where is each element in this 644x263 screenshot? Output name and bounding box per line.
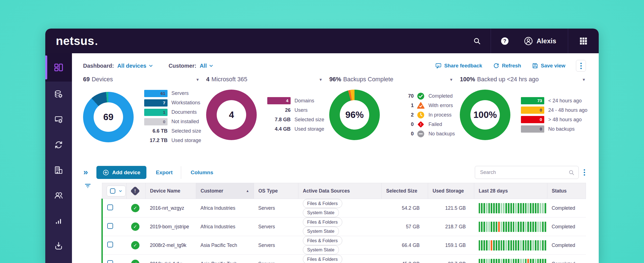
sidebar-item-reports[interactable] (45, 208, 72, 233)
export-button[interactable]: Export (156, 170, 173, 176)
save-icon (532, 62, 538, 69)
table-row[interactable]: ✓2008r2-mel_tg9kAsia Pacific TechServers… (102, 236, 586, 255)
day-bar (527, 240, 529, 251)
status-ok-icon: ✓ (131, 241, 139, 249)
customer-select[interactable]: Customer: All (169, 63, 214, 69)
row-checkbox[interactable] (107, 223, 113, 229)
legend-row: 73< 24 hours ago (520, 97, 587, 105)
day-bar (488, 222, 490, 232)
row-checkbox[interactable] (107, 204, 113, 210)
table-search (475, 166, 579, 179)
day-bar (525, 222, 527, 232)
day-bar (508, 203, 510, 213)
day-bar (483, 259, 485, 263)
status-cell: Completed (552, 242, 575, 248)
user-menu[interactable]: Alexis (512, 29, 568, 53)
row-checkbox[interactable] (107, 242, 113, 247)
column-header-active-data-sources[interactable]: Active Data Sources (298, 183, 382, 199)
help-button[interactable]: ? (491, 29, 512, 53)
legend-value: 17.2 TB (150, 138, 168, 143)
app-switcher-button[interactable] (568, 29, 599, 53)
day-bar (530, 222, 531, 232)
day-bar (530, 240, 531, 251)
donut-center-value: 4 (229, 110, 234, 120)
selected-size-cell: 45.3 GB (402, 261, 420, 263)
last-28-days-sparkline (479, 259, 547, 263)
column-header-used-storage[interactable]: Used Storage (428, 183, 474, 199)
column-header-last-28-days[interactable]: Last 28 days (474, 183, 547, 199)
donut-center-value: 96% (345, 110, 364, 120)
legend-row: 17.2 TBUsed storage (143, 137, 201, 144)
table-header-row: ! Device Name Customer▲ OS Type Active D… (102, 183, 586, 199)
day-bar (505, 222, 507, 232)
legend-row: 6.6 TBSelected size (143, 127, 201, 135)
toolbar-divider (181, 166, 181, 179)
legend-label: > 48 hours ago (548, 117, 582, 123)
table-menu-button[interactable] (584, 169, 585, 176)
day-bar (481, 240, 483, 251)
day-bar (481, 203, 483, 213)
screen-gear-icon (54, 115, 63, 124)
day-bar (513, 240, 515, 251)
dashboard-select[interactable]: Dashboard: All devices (83, 63, 153, 69)
expand-panel-icon[interactable]: » (83, 168, 88, 176)
day-bar (493, 259, 495, 263)
device-name-cell: 2008r2-mel_tg9k (150, 242, 186, 248)
add-device-button[interactable]: Add device (96, 166, 146, 179)
dashboard-menu-button[interactable] (576, 60, 586, 72)
columns-button[interactable]: Columns (191, 170, 213, 176)
filter-icon[interactable] (84, 182, 91, 189)
column-header-customer[interactable]: Customer▲ (196, 183, 254, 199)
legend-label: Documents (171, 109, 197, 115)
row-checkbox[interactable] (107, 260, 113, 263)
search-input[interactable] (475, 166, 579, 179)
refresh-button[interactable]: Refresh (493, 62, 521, 69)
dashboard-icon (54, 62, 64, 72)
alert-priority-icon[interactable]: ! (130, 186, 140, 196)
column-header-device-name[interactable]: Device Name (146, 183, 196, 199)
day-bar (518, 222, 519, 232)
sidebar-item-organizations[interactable] (45, 157, 72, 183)
customer-cell: Africa Industries (201, 224, 235, 229)
widget-dropdown-caret[interactable]: ▼ (448, 77, 455, 82)
table-row[interactable]: ✓2019-bom_rjstripeAfrica IndustriesServe… (102, 218, 586, 236)
select-all-checkbox[interactable] (110, 188, 115, 194)
sidebar-item-sync[interactable] (45, 132, 72, 157)
chevron-down-icon[interactable] (119, 189, 122, 193)
day-bar (532, 259, 534, 263)
day-bar (510, 222, 512, 232)
day-bar (532, 203, 534, 213)
legend-label: Failed (428, 122, 442, 127)
day-bar (505, 203, 507, 213)
widget-dropdown-caret[interactable]: ▼ (580, 77, 587, 82)
legend-label: No backups (428, 131, 455, 137)
save-view-button[interactable]: Save view (532, 62, 565, 69)
legend-label: Users (294, 107, 308, 113)
table-row[interactable]: ✓2012r-del_fy1xAsia Pacific TechServersF… (102, 255, 586, 263)
sidebar-item-downloads[interactable] (45, 233, 72, 258)
sidebar-item-dashboard[interactable] (45, 53, 72, 82)
svg-text:?: ? (503, 38, 506, 44)
sidebar-item-device-management[interactable] (45, 107, 72, 132)
day-bar (530, 203, 531, 213)
status-cell: Completed (552, 205, 575, 211)
table-row[interactable]: ✓2016-nrt_wzgyzAfrica IndustriesServersF… (102, 199, 586, 218)
column-header-os-type[interactable]: OS Type (254, 183, 298, 199)
legend-label: Completed (428, 93, 453, 99)
sync-icon (54, 140, 63, 150)
data-source-pill: Files & Folders (303, 236, 342, 245)
used-storage-cell: 218.7 GB (445, 224, 466, 229)
widget-dropdown-caret[interactable]: ▼ (317, 77, 324, 82)
column-header-status[interactable]: Status (547, 183, 586, 199)
widget-legend: 70Completed1With errors2In process0!Fail… (389, 92, 455, 138)
sidebar-item-users[interactable] (45, 183, 72, 208)
logo-registered-mark: ● (95, 42, 98, 46)
column-header-selected-size[interactable]: Selected Size (382, 183, 428, 199)
global-search-button[interactable] (463, 29, 491, 53)
share-feedback-button[interactable]: Share feedback (435, 62, 482, 69)
day-bar (513, 222, 515, 232)
day-bar (518, 240, 519, 251)
legend-row: 0!Failed (389, 121, 455, 128)
widget-dropdown-caret[interactable]: ▼ (194, 77, 201, 82)
sidebar-item-backup-management[interactable] (45, 82, 72, 107)
